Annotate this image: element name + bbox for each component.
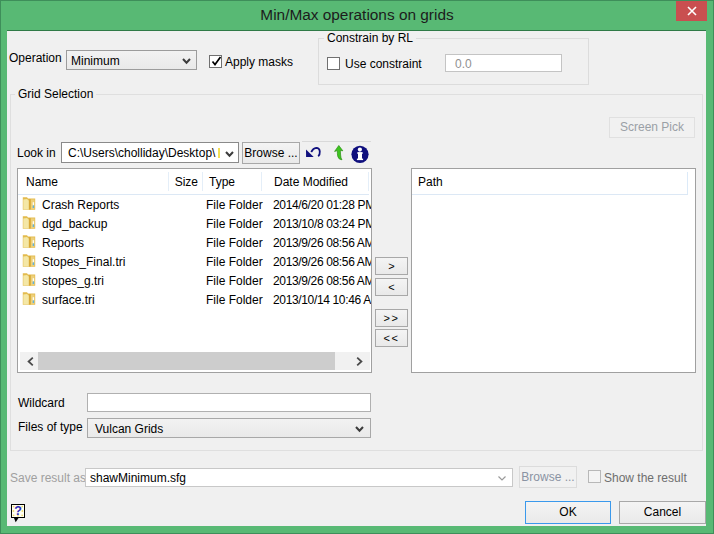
svg-text:?: ? <box>14 504 22 518</box>
